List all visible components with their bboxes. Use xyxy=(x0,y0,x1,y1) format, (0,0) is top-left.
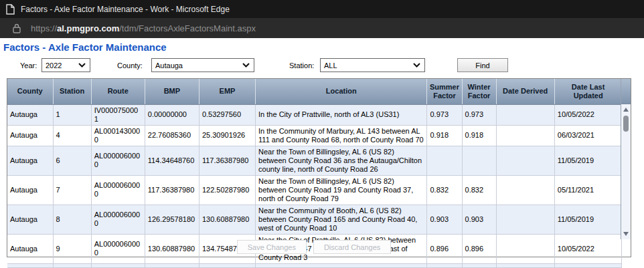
county-select[interactable]: Autauga xyxy=(151,58,254,72)
document-icon xyxy=(6,4,15,15)
scrollbar-track[interactable] xyxy=(621,104,631,239)
scroll-up-icon[interactable] xyxy=(623,108,629,112)
cell xyxy=(427,146,462,175)
cell: 122.50287980 xyxy=(199,175,255,205)
cell xyxy=(496,175,554,205)
cell: 10/05/2022 xyxy=(554,104,621,125)
cell xyxy=(496,125,554,146)
cell: 117.36387980 xyxy=(145,175,199,205)
find-button[interactable]: Find xyxy=(457,58,508,72)
cell: Autauga xyxy=(7,104,53,125)
cell: 6 xyxy=(53,146,91,175)
cell: 4 xyxy=(53,125,91,146)
cell: 0.00000000 xyxy=(145,104,199,125)
cell xyxy=(91,263,145,267)
column-header: BMP xyxy=(145,79,199,104)
cell xyxy=(462,146,496,175)
cell: AL0001430000 xyxy=(91,125,145,146)
cell: Autauga xyxy=(7,146,53,175)
table-row: Autauga4AL000143000022.7608536025.309019… xyxy=(7,125,622,146)
cell: 05/11/2021 xyxy=(554,175,621,205)
cell xyxy=(7,263,53,267)
cell: 8 xyxy=(53,205,91,234)
cell: 126.29578180 xyxy=(145,205,199,234)
cell xyxy=(53,263,91,267)
save-changes-button[interactable]: Save Changes xyxy=(237,240,307,254)
cell: 0.53297560 xyxy=(199,104,255,125)
cell xyxy=(554,263,621,267)
cell: 130.60887980 xyxy=(199,205,255,234)
cell: 0.903 xyxy=(462,205,496,234)
cell xyxy=(199,263,255,267)
station-select-value: ALL xyxy=(324,61,337,70)
cell xyxy=(496,104,554,125)
scrollbar-thumb[interactable] xyxy=(623,116,629,132)
cell: 0.973 xyxy=(427,104,462,125)
cell: AL0000060000 xyxy=(91,146,145,175)
partial-row xyxy=(7,263,622,267)
cell: 0.918 xyxy=(462,125,496,146)
chevron-down-icon xyxy=(242,63,250,68)
cell: Near the Community of Booth, AL 6 (US 82… xyxy=(256,205,427,234)
grid-scrollbar[interactable] xyxy=(621,79,631,239)
url-path: /tdm/FactorsAxleFactorsMaint.aspx xyxy=(119,23,256,33)
cell: Autauga xyxy=(7,205,53,234)
table-row: Autauga1IV00007500010.000000000.53297560… xyxy=(7,104,622,125)
factors-grid: CountyStationRouteBMPEMPLocationSummer F… xyxy=(7,78,631,257)
url-domain: al.pmgpro.com xyxy=(57,23,119,33)
station-select[interactable]: ALL xyxy=(320,58,425,72)
cell: 0.832 xyxy=(462,175,496,205)
cell: AL0000060000 xyxy=(91,205,145,234)
cell: 11/05/2019 xyxy=(554,205,621,234)
scroll-down-icon[interactable] xyxy=(623,232,629,236)
cell: 117.36387980 xyxy=(199,146,255,175)
cell: 7 xyxy=(53,175,91,205)
cell: In the City of Prattville, north of AL3 … xyxy=(256,104,427,125)
column-header: County xyxy=(7,79,53,104)
county-label: County: xyxy=(117,61,143,70)
column-header: Route xyxy=(91,79,145,104)
cell: 1 xyxy=(53,104,91,125)
cell xyxy=(462,263,496,267)
column-header: Summer Factor xyxy=(427,79,462,104)
cell: Near the Town of Billingsley, AL 6 (US 8… xyxy=(256,146,427,175)
page-content: Factors - Axle Factor Maintenance Year: … xyxy=(0,38,644,268)
cell: 0.832 xyxy=(427,175,462,205)
cell xyxy=(256,263,427,267)
cell: IV0000750001 xyxy=(91,104,145,125)
column-header: Location xyxy=(256,79,427,104)
year-select[interactable]: 2022 xyxy=(42,58,90,72)
action-buttons: Save Changes Discard Changes xyxy=(7,240,621,254)
lock-icon[interactable] xyxy=(13,23,21,33)
cell xyxy=(427,263,462,267)
column-header: Date Last Updated xyxy=(554,79,621,104)
table-row: Autauga6AL0000060000114.34648760117.3638… xyxy=(7,146,622,175)
cell: In the Community of Marbury, AL 143 betw… xyxy=(256,125,427,146)
address-bar[interactable]: https://al.pmgpro.com/tdm/FactorsAxleFac… xyxy=(0,18,644,38)
cell: 0.918 xyxy=(427,125,462,146)
cell: 25.30901926 xyxy=(199,125,255,146)
cell: Near the Town of Billingsley, AL 6 (US 8… xyxy=(256,175,427,205)
page-title: Factors - Axle Factor Maintenance xyxy=(3,41,167,53)
cell: 114.34648760 xyxy=(145,146,199,175)
table-header-row: CountyStationRouteBMPEMPLocationSummer F… xyxy=(7,79,622,104)
cell: AL0000060000 xyxy=(91,175,145,205)
cell: Autauga xyxy=(7,125,53,146)
cell: 22.76085360 xyxy=(145,125,199,146)
window-titlebar[interactable]: Factors - Axle Factor Maintenance - Work… xyxy=(0,0,644,18)
filter-bar: Year: 2022 County: Autauga Station: ALL … xyxy=(0,58,644,74)
cell: Autauga xyxy=(7,175,53,205)
chevron-down-icon xyxy=(413,63,420,68)
window-title: Factors - Axle Factor Maintenance - Work… xyxy=(21,5,230,14)
cell xyxy=(496,263,554,267)
county-select-value: Autauga xyxy=(155,61,183,70)
column-header: Date Derived xyxy=(496,79,554,104)
table-row: Autauga8AL0000060000126.29578180130.6088… xyxy=(7,205,622,234)
column-header: EMP xyxy=(199,79,255,104)
cell: 0.903 xyxy=(427,205,462,234)
cell xyxy=(496,205,554,234)
cell xyxy=(496,146,554,175)
page-url[interactable]: https://al.pmgpro.com/tdm/FactorsAxleFac… xyxy=(31,23,256,33)
discard-changes-button[interactable]: Discard Changes xyxy=(313,240,391,254)
cell xyxy=(145,263,199,267)
